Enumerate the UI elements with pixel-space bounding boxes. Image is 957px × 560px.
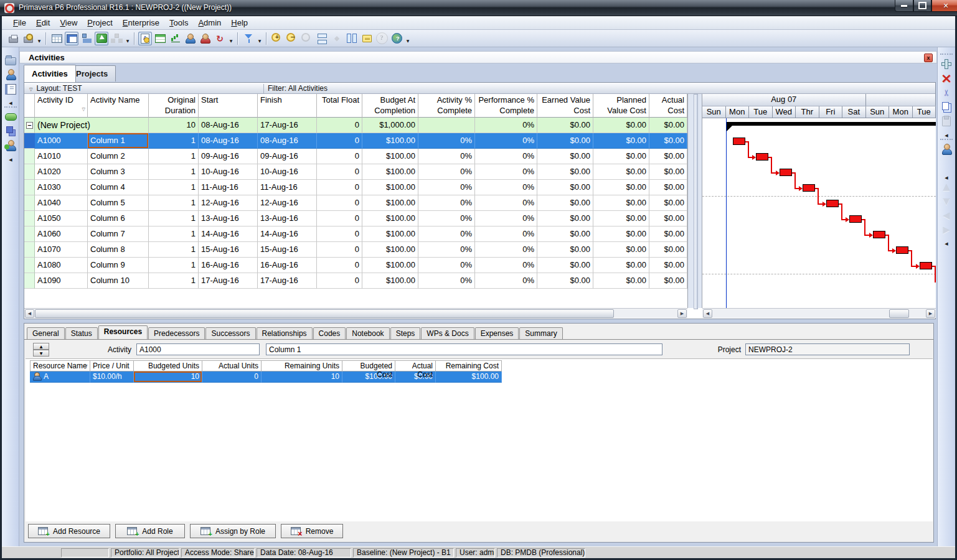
id-cell[interactable]: A1050 xyxy=(35,211,88,226)
resource-column-remaining-cost[interactable]: Remaining Cost xyxy=(436,360,502,371)
assign-resource-icon[interactable] xyxy=(940,142,953,156)
name-cell[interactable]: Column 10 xyxy=(88,273,149,289)
detail-tab-expenses[interactable]: Expenses xyxy=(475,327,519,339)
total-float-cell[interactable]: 0 xyxy=(317,180,362,195)
column-header-finish[interactable]: Finish xyxy=(258,94,317,118)
price-unit-cell[interactable]: $10.00/h xyxy=(90,371,134,383)
drop-icon[interactable] xyxy=(36,32,42,45)
actual-cost-cell[interactable]: $0.00 xyxy=(649,195,687,211)
start-cell[interactable]: 15-Aug-16 xyxy=(199,242,258,258)
total-float-cell[interactable]: 0 xyxy=(317,133,362,149)
online-help-icon[interactable] xyxy=(390,32,403,45)
menu-project[interactable]: Project xyxy=(82,17,117,29)
name-cell[interactable]: Column 6 xyxy=(88,211,149,226)
activity-details-icon[interactable] xyxy=(138,32,152,45)
planned-value-cell[interactable]: $0.00 xyxy=(593,242,649,258)
spin-up-icon[interactable]: ▲ xyxy=(33,343,49,350)
duration-cell[interactable]: 1 xyxy=(149,133,199,149)
planned-value-cell[interactable]: $0.00 xyxy=(593,226,649,242)
scroll-right-icon[interactable]: ▶ xyxy=(677,309,687,318)
planned-value-cell[interactable]: $0.00 xyxy=(593,133,649,149)
budget-at-completion-cell[interactable]: $100.00 xyxy=(362,242,418,258)
project-name-cell[interactable]: (New Project) xyxy=(35,118,149,133)
detail-tab-notebook[interactable]: Notebook xyxy=(346,327,389,339)
assign-by-role-button[interactable]: Assign by Role xyxy=(190,524,276,538)
earned-value-cell[interactable]: $0.00 xyxy=(537,226,593,242)
finish-cell[interactable]: 12-Aug-16 xyxy=(258,195,317,211)
activity-profile-icon[interactable] xyxy=(168,32,182,45)
remaining-units-cell[interactable]: 10 xyxy=(262,371,342,383)
print-icon[interactable] xyxy=(6,32,20,45)
total-float-cell[interactable]: 0 xyxy=(317,226,362,242)
name-cell[interactable]: Column 7 xyxy=(88,226,149,242)
add-resource-button[interactable]: Add Resource xyxy=(28,524,110,538)
detail-tab-successors[interactable]: Successors xyxy=(205,327,255,339)
budget-at-completion-cell[interactable]: $100.00 xyxy=(362,273,418,289)
grid-view-icon[interactable] xyxy=(50,32,64,45)
filter-label[interactable]: Filter: All Activities xyxy=(263,84,328,94)
start-cell[interactable]: 12-Aug-16 xyxy=(199,195,258,211)
drop-icon[interactable] xyxy=(257,32,263,45)
assign-role-icon[interactable] xyxy=(940,157,953,170)
planned-value-cell[interactable]: $0.00 xyxy=(593,149,649,164)
activity-table-header[interactable]: Activity ID▽Activity NameOriginal Durati… xyxy=(24,94,687,118)
activity-row-a1060[interactable]: A1060Column 7114-Aug-1614-Aug-160$100.00… xyxy=(24,226,687,242)
scroll-left-icon[interactable]: ◀ xyxy=(25,309,34,318)
drop-icon[interactable] xyxy=(405,32,411,45)
activity-bar-a1010[interactable] xyxy=(756,153,768,161)
actual-cost-cell[interactable]: $0.00 xyxy=(649,149,687,164)
performance-pct-cell[interactable]: 0% xyxy=(475,273,537,289)
menu-admin[interactable]: Admin xyxy=(193,17,226,29)
paste-icon[interactable] xyxy=(940,114,953,128)
scroll-thumb[interactable] xyxy=(889,309,909,318)
notes-icon[interactable] xyxy=(360,32,374,45)
detail-tab-general[interactable]: General xyxy=(27,327,65,339)
actual-cost-cell[interactable]: $0.00 xyxy=(649,258,687,273)
total-float-cell[interactable]: 0 xyxy=(317,195,362,211)
activity-row-a1000[interactable]: A1000Column 1108-Aug-1608-Aug-160$100.00… xyxy=(24,133,687,149)
actual-units-cell[interactable]: 0 xyxy=(202,371,262,383)
activity-table-icon[interactable] xyxy=(153,32,167,45)
finish-cell[interactable]: 14-Aug-16 xyxy=(258,226,317,242)
resource-column-remaining-units[interactable]: Remaining Units xyxy=(262,360,342,371)
performance-pct-cell[interactable]: 0% xyxy=(475,258,537,273)
reorganize-icon[interactable] xyxy=(213,32,227,45)
activity-id-field[interactable] xyxy=(136,343,260,355)
move-left-icon[interactable] xyxy=(940,208,953,222)
focused-cell[interactable]: Column 1 xyxy=(88,133,149,149)
project-actual-cost-cell[interactable]: $0.00 xyxy=(649,118,687,133)
budget-at-completion-cell[interactable]: $100.00 xyxy=(362,211,418,226)
activity-pct-cell[interactable]: 0% xyxy=(418,149,475,164)
start-cell[interactable]: 08-Aug-16 xyxy=(199,133,258,149)
menu-tools[interactable]: Tools xyxy=(164,17,193,29)
collapse-icon[interactable] xyxy=(940,237,953,251)
sort-filter-icon[interactable]: ▽ xyxy=(85,364,88,369)
project-earned-value-cell[interactable]: $0.00 xyxy=(537,118,593,133)
folder-icon[interactable] xyxy=(4,54,17,67)
start-cell[interactable]: 10-Aug-16 xyxy=(199,164,258,180)
activity-row-a1070[interactable]: A1070Column 8115-Aug-1615-Aug-160$100.00… xyxy=(24,242,687,258)
activity-pct-cell[interactable]: 0% xyxy=(418,164,475,180)
total-float-cell[interactable]: 0 xyxy=(317,164,362,180)
project-start-cell[interactable]: 08-Aug-16 xyxy=(199,118,258,133)
add-icon[interactable] xyxy=(940,57,953,71)
table-horizontal-scrollbar[interactable]: ◀ ▶ xyxy=(24,308,687,318)
gantt-week-header[interactable]: Aug 07 xyxy=(702,94,936,106)
activity-bar-a1080[interactable] xyxy=(920,262,932,269)
planned-value-cell[interactable]: $0.00 xyxy=(593,273,649,289)
move-up-icon[interactable] xyxy=(940,180,953,194)
activity-pct-cell[interactable]: 0% xyxy=(418,180,475,195)
budget-at-completion-cell[interactable]: $100.00 xyxy=(362,226,418,242)
activity-row-a1050[interactable]: A1050Column 6113-Aug-1613-Aug-160$100.00… xyxy=(24,211,687,226)
resource-profile-icon[interactable] xyxy=(198,32,212,45)
activity-bar-a1030[interactable] xyxy=(803,184,815,192)
earned-value-cell[interactable]: $0.00 xyxy=(537,273,593,289)
actual-cost-cell[interactable]: $0.00 xyxy=(649,133,687,149)
activity-bar-a1060[interactable] xyxy=(873,231,885,238)
resource-column-actual-units[interactable]: Actual Units xyxy=(202,360,262,371)
id-cell[interactable]: A1030 xyxy=(35,180,88,195)
earned-value-cell[interactable]: $0.00 xyxy=(537,195,593,211)
activity-pct-cell[interactable]: 0% xyxy=(418,211,475,226)
column-header-activity-name[interactable]: Activity Name xyxy=(88,94,149,118)
delete-icon[interactable] xyxy=(940,72,953,85)
